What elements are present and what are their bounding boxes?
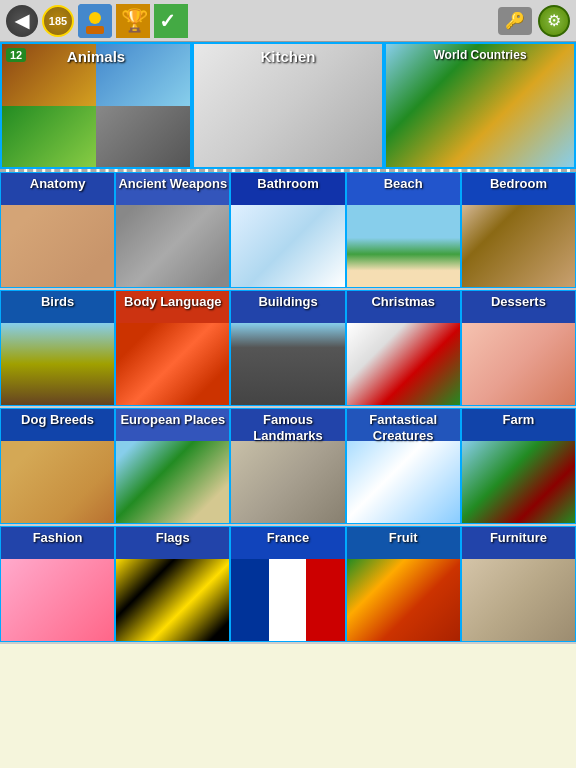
cat-cell-famous-landmarks[interactable]: Famous Landmarks	[230, 408, 345, 524]
grid-row-1: BirdsBody LanguageBuildingsChristmasDess…	[0, 290, 576, 408]
featured-cell-animals[interactable]: 12 Animals	[0, 42, 192, 169]
cat-img-european-places	[116, 441, 229, 523]
cat-cell-ancient-weapons[interactable]: Ancient Weapons	[115, 172, 230, 288]
cat-cell-bedroom[interactable]: Bedroom	[461, 172, 576, 288]
toolbar-icon-3[interactable]: ✓	[154, 4, 188, 38]
cat-label-france: France	[231, 530, 344, 546]
cat-img-anatomy	[1, 205, 114, 287]
cat-cell-fruit[interactable]: Fruit	[346, 526, 461, 642]
grid-row-3: FashionFlagsFranceFruitFurniture	[0, 526, 576, 644]
cat-cell-fashion[interactable]: Fashion	[0, 526, 115, 642]
cat-cell-france[interactable]: France	[230, 526, 345, 642]
cat-img-fashion	[1, 559, 114, 641]
cat-img-bathroom	[231, 205, 344, 287]
grid-row-0: AnatomyAncient WeaponsBathroomBeachBedro…	[0, 172, 576, 290]
cat-img-birds	[1, 323, 114, 405]
cat-img-beach	[347, 205, 460, 287]
cat-label-body-language: Body Language	[116, 294, 229, 310]
featured-cell-kitchen[interactable]: Kitchen	[192, 42, 384, 169]
cat-label-fashion: Fashion	[1, 530, 114, 546]
cat-label-anatomy: Anatomy	[1, 176, 114, 192]
cat-cell-farm[interactable]: Farm	[461, 408, 576, 524]
featured-row: 12 Animals Kitchen World Countries	[0, 42, 576, 172]
cat-label-bedroom: Bedroom	[462, 176, 575, 192]
cat-img-fruit	[347, 559, 460, 641]
cat-cell-fantastical-creatures[interactable]: Fantastical Creatures	[346, 408, 461, 524]
cat-cell-desserts[interactable]: Desserts	[461, 290, 576, 406]
toolbar: ◀ 185 🏆 ✓ 🔑 ⚙	[0, 0, 576, 42]
world-label: World Countries	[386, 48, 574, 62]
cat-label-european-places: European Places	[116, 412, 229, 428]
cat-label-buildings: Buildings	[231, 294, 344, 310]
cat-cell-birds[interactable]: Birds	[0, 290, 115, 406]
cat-img-famous-landmarks	[231, 441, 344, 523]
svg-text:✓: ✓	[159, 10, 176, 32]
cat-label-flags: Flags	[116, 530, 229, 546]
cat-label-furniture: Furniture	[462, 530, 575, 546]
animals-badge: 12	[6, 48, 26, 62]
cat-img-furniture	[462, 559, 575, 641]
cat-img-desserts	[462, 323, 575, 405]
cat-cell-bathroom[interactable]: Bathroom	[230, 172, 345, 288]
animals-label: Animals	[2, 48, 190, 65]
settings-button[interactable]: ⚙	[538, 5, 570, 37]
featured-cell-world[interactable]: World Countries	[384, 42, 576, 169]
cat-label-dog-breeds: Dog Breeds	[1, 412, 114, 428]
cat-img-flags	[116, 559, 229, 641]
cat-cell-beach[interactable]: Beach	[346, 172, 461, 288]
key-icon-button[interactable]: 🔑	[498, 7, 532, 35]
svg-rect-2	[86, 26, 104, 34]
cat-label-desserts: Desserts	[462, 294, 575, 310]
cat-cell-christmas[interactable]: Christmas	[346, 290, 461, 406]
cat-img-fantastical-creatures	[347, 441, 460, 523]
cat-img-france	[231, 559, 344, 641]
toolbar-right: 🔑 ⚙	[498, 5, 570, 37]
cat-img-bedroom	[462, 205, 575, 287]
grid-row-2: Dog BreedsEuropean PlacesFamous Landmark…	[0, 408, 576, 526]
toolbar-icon-1[interactable]	[78, 4, 112, 38]
cat-label-birds: Birds	[1, 294, 114, 310]
cat-cell-european-places[interactable]: European Places	[115, 408, 230, 524]
cat-img-dog-breeds	[1, 441, 114, 523]
cat-img-ancient-weapons	[116, 205, 229, 287]
cat-label-ancient-weapons: Ancient Weapons	[116, 176, 229, 192]
cat-img-christmas	[347, 323, 460, 405]
cat-cell-dog-breeds[interactable]: Dog Breeds	[0, 408, 115, 524]
category-grid: AnatomyAncient WeaponsBathroomBeachBedro…	[0, 172, 576, 644]
cat-label-christmas: Christmas	[347, 294, 460, 310]
cat-label-famous-landmarks: Famous Landmarks	[231, 412, 344, 443]
kitchen-label: Kitchen	[194, 48, 382, 65]
cat-cell-anatomy[interactable]: Anatomy	[0, 172, 115, 288]
toolbar-icon-2[interactable]: 🏆	[116, 4, 150, 38]
cat-img-farm	[462, 441, 575, 523]
cat-cell-buildings[interactable]: Buildings	[230, 290, 345, 406]
cat-label-farm: Farm	[462, 412, 575, 428]
back-button[interactable]: ◀	[6, 5, 38, 37]
cat-cell-flags[interactable]: Flags	[115, 526, 230, 642]
svg-point-1	[89, 12, 101, 24]
svg-text:🏆: 🏆	[121, 7, 149, 34]
cat-img-body-language	[116, 323, 229, 405]
cat-label-fruit: Fruit	[347, 530, 460, 546]
cat-img-buildings	[231, 323, 344, 405]
cat-label-fantastical-creatures: Fantastical Creatures	[347, 412, 460, 443]
cat-cell-furniture[interactable]: Furniture	[461, 526, 576, 642]
score-badge: 185	[42, 5, 74, 37]
cat-label-bathroom: Bathroom	[231, 176, 344, 192]
cat-cell-body-language[interactable]: Body Language	[115, 290, 230, 406]
cat-label-beach: Beach	[347, 176, 460, 192]
